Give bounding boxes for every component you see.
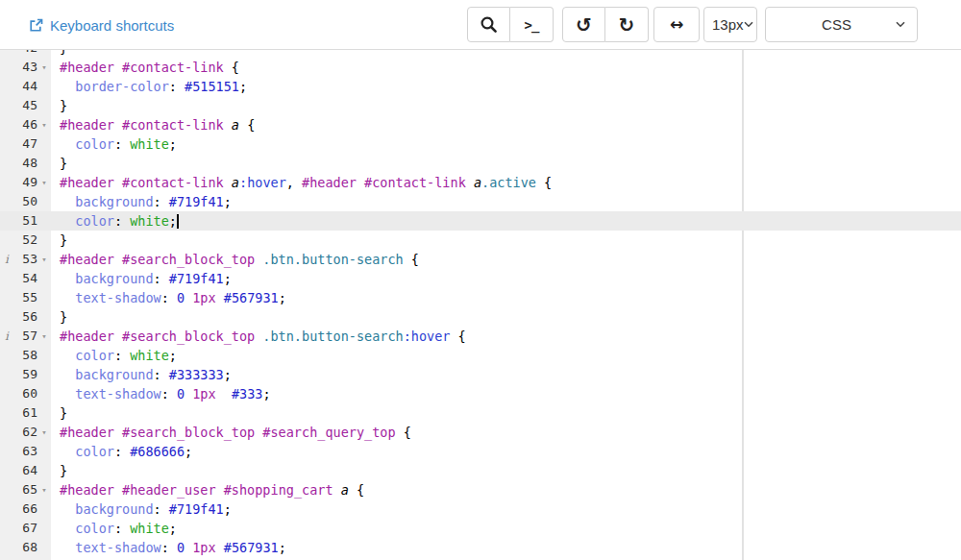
code-line[interactable]: 47 color: white; — [0, 134, 961, 154]
gutter-cell[interactable]: 49▾ — [0, 173, 51, 192]
code-line[interactable]: 49▾#header #contact-link a:hover, #heade… — [0, 173, 961, 192]
gutter-cell[interactable]: 44 — [0, 77, 51, 96]
code-text[interactable]: #header #contact-link { — [51, 58, 239, 77]
code-token: ; — [262, 386, 270, 402]
code-text[interactable]: text-shadow: 0 1px #333; — [51, 384, 271, 403]
code-line[interactable]: 65▾#header #header_user #shopping_cart a… — [0, 480, 961, 499]
gutter-cell[interactable]: 54 — [0, 269, 51, 288]
gutter-cell[interactable]: 64 — [0, 461, 51, 480]
gutter-cell[interactable]: 67 — [0, 519, 51, 538]
code-line[interactable]: 62▾#header #search_block_top #search_que… — [0, 423, 961, 442]
code-text[interactable]: #header #search_block_top .btn.button-se… — [51, 250, 419, 269]
fold-arrow-icon[interactable]: ▾ — [37, 423, 51, 442]
gutter-cell[interactable]: 48 — [0, 154, 51, 173]
code-line[interactable]: 54 background: #719f41; — [0, 269, 961, 288]
code-line[interactable]: 59 background: #333333; — [0, 365, 961, 384]
fold-arrow-icon[interactable]: ▾ — [37, 327, 51, 346]
gutter-cell[interactable]: i53▾ — [0, 250, 51, 269]
gutter-cell[interactable]: 42 — [0, 50, 51, 58]
fold-arrow-icon[interactable]: ▾ — [37, 480, 51, 499]
console-button[interactable]: >_ — [510, 7, 554, 42]
gutter-cell[interactable]: 58 — [0, 346, 51, 365]
code-text[interactable]: background: #719f41; — [51, 269, 232, 288]
code-text[interactable]: background: #333333; — [51, 365, 232, 384]
code-line[interactable]: 58 color: white; — [0, 346, 961, 365]
code-line[interactable]: i57▾#header #search_block_top .btn.butto… — [0, 327, 961, 346]
gutter-cell[interactable]: 45 — [0, 96, 51, 115]
code-line[interactable]: 55 text-shadow: 0 1px #567931; — [0, 288, 961, 307]
font-size-select[interactable]: 13px — [703, 7, 757, 42]
code-line[interactable]: 51 color: white; — [0, 211, 961, 231]
gutter-cell[interactable]: 52 — [0, 231, 51, 250]
gutter-cell[interactable]: 62▾ — [0, 423, 51, 442]
gutter-cell[interactable]: 56 — [0, 307, 51, 327]
code-text[interactable]: text-shadow: 0 1px #567931; — [51, 288, 286, 307]
code-text[interactable]: background: #719f41; — [51, 499, 232, 519]
code-text[interactable]: #header #header_user #shopping_cart a { — [51, 480, 364, 499]
gutter-cell[interactable]: i57▾ — [0, 327, 51, 346]
language-select[interactable]: CSS — [765, 7, 918, 42]
gutter-cell[interactable]: 60 — [0, 384, 51, 403]
code-line[interactable]: 66 background: #719f41; — [0, 499, 961, 519]
code-line[interactable]: 60 text-shadow: 0 1px #333; — [0, 384, 961, 403]
code-text[interactable]: #header #search_block_top #search_query_… — [51, 423, 411, 442]
width-toggle-button[interactable]: ↔ — [653, 7, 700, 42]
gutter-cell[interactable]: 65▾ — [0, 480, 51, 499]
code-line[interactable]: 67 color: white; — [0, 519, 961, 538]
code-line[interactable]: 50 background: #719f41; — [0, 192, 961, 211]
gutter-cell[interactable]: 46▾ — [0, 115, 51, 134]
code-text[interactable]: } — [51, 461, 67, 480]
gutter-cell[interactable]: 55 — [0, 288, 51, 307]
gutter-cell[interactable]: 47 — [0, 134, 51, 154]
code-token: { — [239, 117, 255, 133]
code-text[interactable]: } — [51, 231, 67, 250]
code-token: : — [114, 213, 130, 229]
code-line[interactable]: 61} — [0, 403, 961, 423]
code-text[interactable]: #header #contact-link a { — [51, 115, 255, 134]
gutter-cell[interactable]: 66 — [0, 499, 51, 519]
keyboard-shortcuts-link[interactable]: Keyboard shortcuts — [29, 0, 174, 50]
code-text[interactable]: border-color: #515151; — [51, 77, 247, 96]
search-button[interactable] — [467, 7, 510, 42]
code-text[interactable]: #header #contact-link a:hover, #header #… — [51, 173, 552, 192]
code-text[interactable]: #header #search_block_top .btn.button-se… — [51, 327, 466, 346]
code-line[interactable]: 48} — [0, 154, 961, 173]
gutter-cell[interactable]: 50 — [0, 192, 51, 211]
code-line[interactable]: 52} — [0, 231, 961, 250]
code-line[interactable]: 56} — [0, 307, 961, 327]
code-text[interactable]: color: white; — [51, 211, 179, 231]
code-text[interactable]: } — [51, 96, 67, 115]
gutter-cell[interactable]: 59 — [0, 365, 51, 384]
code-text[interactable]: color: white; — [51, 346, 177, 365]
gutter-cell[interactable]: 51 — [0, 211, 51, 231]
code-text[interactable]: background: #719f41; — [51, 192, 232, 211]
code-text[interactable]: } — [51, 403, 67, 423]
gutter-cell[interactable]: 68 — [0, 538, 51, 557]
redo-button[interactable]: ↻ — [605, 7, 649, 42]
gutter-cell[interactable]: 43▾ — [0, 58, 51, 77]
code-line[interactable]: 44 border-color: #515151; — [0, 77, 961, 96]
code-line[interactable]: 42} — [0, 50, 961, 58]
code-line[interactable]: 68 text-shadow: 0 1px #567931; — [0, 538, 961, 557]
fold-arrow-icon[interactable]: ▾ — [37, 58, 51, 77]
code-text[interactable]: } — [51, 307, 67, 327]
code-text[interactable]: color: white; — [51, 519, 177, 538]
fold-arrow-icon[interactable]: ▾ — [37, 250, 51, 269]
code-line[interactable]: 45} — [0, 96, 961, 115]
code-line[interactable]: 64} — [0, 461, 961, 480]
code-line[interactable]: i53▾#header #search_block_top .btn.butto… — [0, 250, 961, 269]
code-text[interactable]: text-shadow: 0 1px #567931; — [51, 538, 286, 557]
undo-button[interactable]: ↺ — [562, 7, 605, 42]
fold-arrow-icon[interactable]: ▾ — [37, 173, 51, 192]
code-line[interactable]: 43▾#header #contact-link { — [0, 58, 961, 77]
fold-arrow-icon[interactable]: ▾ — [37, 115, 51, 134]
gutter-cell[interactable]: 63 — [0, 442, 51, 461]
code-editor[interactable]: 42}43▾#header #contact-link {44 border-c… — [0, 50, 961, 560]
code-line[interactable]: 63 color: #686666; — [0, 442, 961, 461]
code-line[interactable]: 46▾#header #contact-link a { — [0, 115, 961, 134]
code-text[interactable]: } — [51, 50, 67, 58]
gutter-cell[interactable]: 61 — [0, 403, 51, 423]
code-text[interactable]: } — [51, 154, 67, 173]
code-text[interactable]: color: #686666; — [51, 442, 192, 461]
code-text[interactable]: color: white; — [51, 134, 177, 154]
